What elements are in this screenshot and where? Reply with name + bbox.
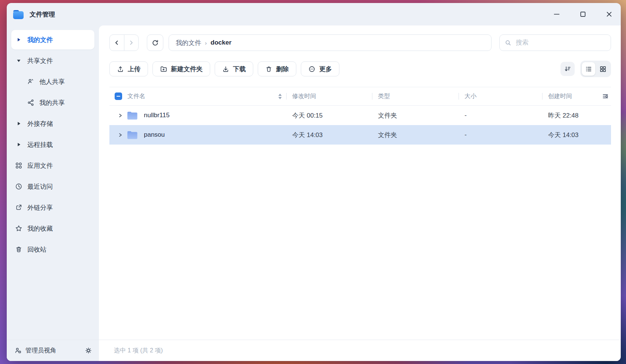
column-header-size[interactable]: 大小 bbox=[459, 87, 542, 105]
apps-grid-icon bbox=[15, 162, 22, 169]
new-folder-icon bbox=[160, 66, 167, 73]
clock-icon bbox=[15, 183, 22, 190]
breadcrumb-root[interactable]: 我的文件 bbox=[176, 39, 201, 47]
status-bar: 管理员视角 选中 1 项 (共 2 项) bbox=[7, 340, 621, 361]
sidebar-item-recent[interactable]: 最近访问 bbox=[11, 177, 94, 196]
sidebar-item-shared-files[interactable]: 共享文件 bbox=[11, 51, 94, 70]
navigation-row: 我的文件 › docker bbox=[109, 34, 611, 51]
trash-icon bbox=[15, 246, 22, 253]
file-name: pansou bbox=[144, 131, 165, 139]
download-button[interactable]: 下载 bbox=[215, 61, 253, 76]
gear-icon bbox=[85, 347, 92, 354]
row-expand-chevron-icon[interactable] bbox=[118, 113, 123, 118]
file-list-header: 文件名 修改时间 类型 大小 创建时间 bbox=[109, 87, 611, 106]
triangle-down-icon bbox=[15, 57, 22, 64]
file-name: nullbr115 bbox=[144, 112, 170, 119]
settings-gear-button[interactable] bbox=[85, 347, 92, 354]
main-panel: 我的文件 › docker 上传 新建文件夹 bbox=[99, 25, 621, 340]
desktop-wallpaper: { "app": { "title": "文件管理" }, "sidebar":… bbox=[0, 0, 626, 364]
view-toggle bbox=[580, 61, 611, 77]
breadcrumb[interactable]: 我的文件 › docker bbox=[169, 34, 492, 51]
sidebar-item-label: 我的收藏 bbox=[27, 224, 53, 233]
sidebar-item-favorites[interactable]: 我的收藏 bbox=[11, 219, 94, 238]
forward-button[interactable] bbox=[124, 35, 139, 51]
sidebar-item-my-shares[interactable]: 我的共享 bbox=[11, 93, 94, 112]
sidebar-item-external-storage[interactable]: 外接存储 bbox=[11, 114, 94, 133]
new-folder-button[interactable]: 新建文件夹 bbox=[152, 61, 210, 76]
titlebar: 文件管理 bbox=[7, 3, 621, 25]
app-folder-icon bbox=[12, 9, 25, 20]
window-controls bbox=[553, 11, 613, 18]
app-title: 文件管理 bbox=[30, 10, 55, 19]
status-bar-right: 选中 1 项 (共 2 项) bbox=[99, 340, 621, 361]
sidebar-item-label: 我的共享 bbox=[39, 98, 65, 107]
sidebar-item-app-files[interactable]: 应用文件 bbox=[11, 156, 94, 175]
sidebar-item-label: 他人共享 bbox=[39, 78, 65, 86]
sort-button[interactable] bbox=[560, 62, 575, 76]
column-header-created: 创建时间 bbox=[542, 87, 611, 105]
file-modified: 今天 14:03 bbox=[286, 131, 372, 139]
people-icon bbox=[27, 78, 34, 85]
delete-button[interactable]: 删除 bbox=[258, 61, 296, 76]
column-header-modified[interactable]: 修改时间 bbox=[286, 87, 372, 105]
sidebar-item-label: 远程挂载 bbox=[27, 140, 53, 149]
close-button[interactable] bbox=[606, 11, 613, 18]
search-input[interactable] bbox=[515, 39, 605, 47]
sort-descending-icon bbox=[564, 66, 571, 72]
file-size: - bbox=[459, 112, 542, 119]
view-tools bbox=[560, 61, 611, 77]
status-bar-left: 管理员视角 bbox=[7, 340, 99, 361]
column-sort-arrows-icon[interactable] bbox=[278, 94, 282, 99]
sidebar-item-external-link-share[interactable]: 外链分享 bbox=[11, 198, 94, 217]
sidebar: 我的文件 共享文件 他人共享 我的共享 bbox=[7, 25, 99, 340]
selection-status: 选中 1 项 (共 2 项) bbox=[114, 347, 163, 355]
more-button[interactable]: 更多 bbox=[301, 61, 339, 76]
grid-view-icon bbox=[599, 66, 607, 73]
file-row-nullbr115[interactable]: nullbr115 今天 00:15 文件夹 - 昨天 22:48 bbox=[109, 106, 611, 125]
list-view-button[interactable] bbox=[582, 62, 595, 76]
sidebar-item-label: 我的文件 bbox=[27, 36, 53, 44]
column-header-created-label[interactable]: 创建时间 bbox=[548, 92, 572, 100]
minimize-button[interactable] bbox=[553, 11, 560, 18]
upload-button[interactable]: 上传 bbox=[109, 61, 148, 76]
external-share-icon bbox=[15, 204, 22, 211]
refresh-button[interactable] bbox=[147, 34, 163, 51]
sidebar-item-my-files[interactable]: 我的文件 bbox=[11, 30, 94, 49]
breadcrumb-separator-icon: › bbox=[205, 40, 207, 46]
history-buttons bbox=[109, 34, 139, 51]
triangle-right-icon bbox=[15, 36, 22, 43]
admin-view-label[interactable]: 管理员视角 bbox=[25, 346, 57, 355]
star-icon bbox=[15, 225, 22, 232]
sidebar-item-shared-by-others[interactable]: 他人共享 bbox=[11, 72, 94, 91]
sidebar-item-remote-mount[interactable]: 远程挂载 bbox=[11, 135, 94, 154]
folder-icon bbox=[127, 111, 138, 120]
file-manager-window: 文件管理 我的文件 bbox=[7, 3, 621, 361]
row-expand-chevron-icon[interactable] bbox=[118, 133, 123, 137]
share-nodes-icon bbox=[27, 99, 34, 106]
sidebar-item-recycle-bin[interactable]: 回收站 bbox=[11, 240, 94, 259]
download-icon bbox=[222, 66, 229, 73]
grid-view-button[interactable] bbox=[596, 62, 610, 76]
sidebar-item-label: 最近访问 bbox=[27, 182, 53, 191]
file-created: 今天 14:03 bbox=[542, 131, 611, 139]
file-size: - bbox=[459, 131, 542, 139]
file-type: 文件夹 bbox=[372, 111, 459, 120]
file-row-pansou[interactable]: pansou 今天 14:03 文件夹 - 今天 14:03 bbox=[109, 125, 611, 145]
column-settings-button[interactable] bbox=[602, 93, 609, 100]
column-header-name[interactable]: 文件名 bbox=[127, 92, 145, 100]
list-view-icon bbox=[585, 66, 592, 73]
select-all-checkbox[interactable] bbox=[115, 92, 122, 100]
maximize-button[interactable] bbox=[580, 11, 586, 18]
more-ellipsis-icon bbox=[308, 66, 315, 73]
sidebar-item-label: 外接存储 bbox=[27, 119, 53, 128]
back-button[interactable] bbox=[110, 35, 124, 51]
folder-icon bbox=[127, 130, 138, 140]
admin-user-icon bbox=[14, 347, 22, 354]
sidebar-item-label: 外链分享 bbox=[27, 203, 53, 212]
column-header-type[interactable]: 类型 bbox=[372, 87, 459, 105]
trash-icon bbox=[265, 66, 272, 73]
file-type: 文件夹 bbox=[372, 131, 459, 139]
file-created: 昨天 22:48 bbox=[542, 111, 611, 120]
sidebar-item-label: 回收站 bbox=[27, 245, 46, 254]
upload-icon bbox=[117, 66, 124, 73]
